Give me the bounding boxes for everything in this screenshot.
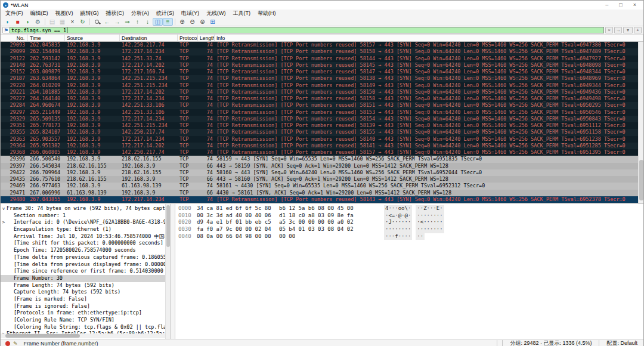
expander-icon[interactable]: v: [1, 205, 7, 212]
hex-line[interactable]: 001000 3c 3d ad 40 00 40 06d1 18 c0 a8 0…: [175, 212, 643, 220]
close-file-icon[interactable]: ×: [67, 18, 78, 26]
detail-line[interactable]: [Frame is marked: False]: [1, 296, 170, 303]
column-header-time[interactable]: Time: [28, 35, 65, 41]
packet-row[interactable]: 29355265.824107192.168.3.9142.250.217.74…: [1, 129, 643, 135]
packet-row[interactable]: 29397266.545034218.62.16.155192.168.3.9T…: [1, 163, 643, 169]
stop-capture-icon[interactable]: ■: [13, 18, 23, 26]
capture-options-icon[interactable]: ⚙: [33, 18, 43, 26]
apply-filter-icon[interactable]: →: [614, 27, 622, 33]
menu-item-0[interactable]: 文件(F): [2, 10, 27, 17]
detail-line[interactable]: [Coloring Rule Name: TCP SYN/FIN]: [1, 317, 170, 324]
detail-line[interactable]: Section number: 1: [1, 212, 170, 220]
scrollbar-handle[interactable]: [166, 205, 170, 247]
detail-line[interactable]: [Time since reference or first frame: 0.…: [1, 268, 170, 275]
minimize-icon[interactable]: –: [605, 1, 608, 9]
menu-item-2[interactable]: 视图(V): [52, 10, 77, 17]
expander-icon[interactable]: >: [1, 219, 7, 226]
detail-line[interactable]: [Time delta from previous displayed fram…: [1, 261, 170, 268]
column-header-dst[interactable]: Destination: [120, 35, 178, 41]
packet-row[interactable]: 29471267.00699661.163.98.139192.168.3.9T…: [1, 190, 643, 196]
resize-columns-icon[interactable]: ⊞: [208, 18, 218, 26]
packet-row[interactable]: 29480267.043855192.168.3.9172.217.14.234…: [1, 196, 643, 203]
detail-line[interactable]: Epoch Time: 1720580026.758574000 seconds: [1, 247, 170, 254]
pane-splitter[interactable]: [171, 204, 175, 339]
menu-item-3[interactable]: 跳转(G): [77, 10, 103, 17]
packet-row[interactable]: 29435266.757610218.62.16.155192.168.3.9T…: [1, 176, 643, 183]
detail-line[interactable]: vFrame 30: 74 bytes on wire (592 bits), …: [1, 205, 170, 212]
detail-line[interactable]: Frame Length: 74 bytes (592 bits): [1, 282, 170, 289]
packet-row[interactable]: 29220264.010209192.168.3.9142.251.215.23…: [1, 82, 643, 89]
packet-row[interactable]: 29469266.977463192.168.3.961.163.98.139T…: [1, 183, 643, 189]
scrollbar-handle[interactable]: [5, 334, 80, 338]
packet-row[interactable]: 29152263.009879192.168.3.9172.217.160.74…: [1, 69, 643, 75]
colorize-icon[interactable]: ≡: [163, 18, 173, 26]
detail-line[interactable]: Arrival Time: Jul 10, 2024 10:53:46.7585…: [1, 233, 170, 240]
display-filter-input[interactable]: tcp.flags.syn == 1: [10, 27, 604, 33]
column-header-proto[interactable]: Protocol: [178, 35, 198, 41]
capture-comment-icon[interactable]: ✎: [13, 341, 18, 346]
packet-row[interactable]: 29221264.101885192.168.3.9172.217.14.202…: [1, 89, 643, 95]
reload-file-icon[interactable]: ↻: [78, 18, 88, 26]
find-packet-icon[interactable]: [92, 18, 102, 26]
packet-row[interactable]: 29396266.500540192.168.3.9218.62.16.155T…: [1, 156, 643, 162]
expert-info-icon[interactable]: [5, 341, 10, 346]
clear-filter-icon[interactable]: ×: [605, 27, 613, 33]
detail-line[interactable]: [Time shift for this packet: 0.000000000…: [1, 240, 170, 247]
packet-row[interactable]: 29284264.960674192.168.3.9142.251.33.106…: [1, 102, 643, 109]
column-header-len[interactable]: Length: [198, 35, 215, 41]
packet-row[interactable]: 29093262.045835192.168.3.9142.250.217.74…: [1, 42, 643, 48]
close-icon[interactable]: ×: [633, 1, 636, 9]
add-filter-button[interactable]: +: [634, 27, 642, 33]
packet-row[interactable]: 29363265.903557192.168.3.9172.217.14.234…: [1, 136, 643, 143]
filter-expression-dropdown[interactable]: ▾: [623, 27, 633, 33]
zoom-reset-icon[interactable]: ⊜: [197, 18, 208, 26]
menu-item-10[interactable]: 帮助(H): [254, 10, 280, 17]
packet-row[interactable]: 29364265.951382192.168.3.9172.217.14.202…: [1, 143, 643, 149]
menu-item-1[interactable]: 编辑(E): [27, 10, 52, 17]
packet-bytes-pane[interactable]: 000034 ca 81 ed 6f 6f 5c 80b6 12 5a b6 0…: [175, 204, 643, 339]
hex-line[interactable]: 0030fa f0 a7 9c 00 00 02 0405 b4 01 03 0…: [175, 226, 643, 233]
hex-line[interactable]: 0020d9 4a e1 bf 01 bb eb c5a5 3c 00 00 0…: [175, 219, 643, 226]
hex-line[interactable]: 004008 0a 00 66 04 98 00 0000 00···f····…: [175, 233, 643, 240]
detail-line[interactable]: Capture Length: 74 bytes (592 bits): [1, 289, 170, 296]
details-scrollbar[interactable]: [165, 204, 170, 339]
detail-line[interactable]: Encapsulation type: Ethernet (1): [1, 226, 170, 233]
packet-list-scrollbar[interactable]: [638, 42, 643, 203]
packet-row[interactable]: 29122262.593142192.168.3.9142.251.33.74T…: [1, 55, 643, 62]
filter-bookmark-icon[interactable]: ⚑: [2, 27, 10, 33]
menu-item-6[interactable]: 统计(S): [153, 10, 178, 17]
zoom-out-icon[interactable]: ⊖: [187, 18, 197, 26]
menu-item-4[interactable]: 捕获(C): [103, 10, 128, 17]
restart-capture-icon[interactable]: ◗: [23, 18, 33, 26]
packet-row[interactable]: 29329265.509135192.168.3.9172.217.14.234…: [1, 116, 643, 122]
menu-item-8[interactable]: 无线(W): [203, 10, 230, 17]
menu-item-7[interactable]: 电话(Y): [178, 10, 203, 17]
detail-line[interactable]: [Coloring Rule String: tcp.flags & 0x02 …: [1, 324, 170, 331]
last-packet-icon[interactable]: ↓: [143, 18, 153, 26]
previous-packet-icon[interactable]: ←: [102, 18, 112, 26]
detail-line[interactable]: >Interface id: 0 (\Device\NPF_{62A18BB0-…: [1, 219, 170, 226]
packet-row[interactable]: 29140262.763731192.168.3.9172.217.14.202…: [1, 62, 643, 69]
column-header-no[interactable]: No.: [1, 35, 28, 41]
detail-line[interactable]: [Protocols in frame: eth:ethertype:ip:tc…: [1, 310, 170, 317]
next-packet-icon[interactable]: →: [112, 18, 122, 26]
menu-item-9[interactable]: 工具(T): [230, 10, 255, 17]
packet-row[interactable]: 29099262.154494192.168.3.9172.217.14.234…: [1, 48, 643, 55]
packet-row[interactable]: 29187263.634864192.168.3.9142.251.215.23…: [1, 75, 643, 82]
first-packet-icon[interactable]: ↑: [132, 18, 143, 26]
scrollbar-handle[interactable]: [639, 160, 643, 200]
profile-label[interactable]: 配置: Default: [602, 339, 643, 346]
packet-row[interactable]: 29227264.164140192.168.3.9172.217.14.234…: [1, 95, 643, 102]
hex-line[interactable]: 000034 ca 81 ed 6f 6f 5c 80b6 12 5a b6 0…: [175, 205, 643, 212]
start-capture-icon[interactable]: ◗: [2, 18, 13, 26]
column-header-info[interactable]: Info: [215, 35, 643, 41]
packet-row[interactable]: 29368266.060805192.168.3.9142.250.217.74…: [1, 149, 643, 156]
packet-row[interactable]: 29351265.778173192.168.3.9142.251.215.23…: [1, 122, 643, 129]
column-header-src[interactable]: Source: [65, 35, 120, 41]
detail-line[interactable]: Frame Number: 30: [1, 275, 170, 282]
detail-line[interactable]: [Frame is ignored: False]: [1, 303, 170, 310]
maximize-icon[interactable]: □: [619, 1, 622, 9]
go-to-packet-icon[interactable]: ⇒: [122, 18, 132, 26]
packet-row[interactable]: 29297265.211449192.168.3.9142.251.33.106…: [1, 109, 643, 116]
zoom-in-icon[interactable]: ⊕: [177, 18, 187, 26]
